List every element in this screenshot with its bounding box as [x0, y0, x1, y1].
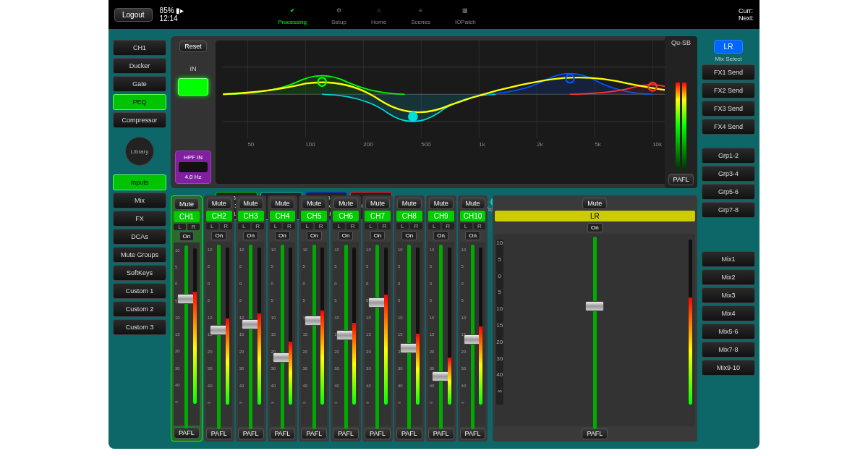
- pafl-button[interactable]: PAFL: [270, 428, 296, 439]
- tab-softkeys[interactable]: SoftKeys: [113, 265, 166, 281]
- mute-button[interactable]: Mute: [461, 198, 485, 209]
- pafl-button[interactable]: PAFL: [174, 427, 200, 439]
- fader[interactable]: 105051015203040∞: [428, 242, 454, 426]
- tab-ch1[interactable]: CH1: [113, 40, 166, 56]
- send-fx1-send[interactable]: FX1 Send: [702, 64, 755, 80]
- on-button[interactable]: On: [465, 231, 480, 240]
- mute-button[interactable]: Mute: [582, 198, 607, 209]
- mute-button[interactable]: Mute: [397, 198, 422, 209]
- fader[interactable]: 105051015203040∞: [333, 242, 359, 426]
- reset-button[interactable]: Reset: [179, 41, 207, 52]
- fader-row: MuteCH1LROn105051015203040∞PAFLMuteCH2LR…: [171, 195, 697, 442]
- tab-compressor[interactable]: Compressor: [113, 112, 166, 128]
- channel-strip-lr: MuteLROn105051015203040∞PAFL: [493, 195, 697, 442]
- on-button[interactable]: On: [339, 231, 354, 240]
- send-fx3-send[interactable]: FX3 Send: [702, 101, 755, 117]
- svg-text:100: 100: [305, 141, 315, 148]
- hpf-panel[interactable]: HPF IN 4.0 Hz: [175, 151, 211, 184]
- tab-ducker[interactable]: Ducker: [113, 58, 166, 74]
- tab-inputs[interactable]: Inputs: [113, 174, 166, 190]
- mute-button[interactable]: Mute: [207, 198, 231, 209]
- mute-button[interactable]: Mute: [365, 198, 390, 209]
- tab-custom-3[interactable]: Custom 3: [113, 319, 166, 335]
- mix-mix2[interactable]: Mix2: [702, 269, 755, 285]
- grp-grp1-2[interactable]: Grp1-2: [702, 148, 755, 164]
- on-button[interactable]: On: [243, 231, 258, 240]
- nav-processing[interactable]: ✔Processing: [278, 4, 307, 25]
- nav-scenes[interactable]: ≡Scenes: [411, 4, 430, 25]
- mix-mix3[interactable]: Mix3: [702, 287, 755, 303]
- mix-mix4[interactable]: Mix4: [702, 305, 755, 321]
- svg-text:200: 200: [363, 141, 373, 148]
- logout-button[interactable]: Logout: [114, 8, 153, 22]
- on-button[interactable]: On: [587, 223, 603, 232]
- tab-dcas[interactable]: DCAs: [113, 229, 166, 245]
- pafl-button[interactable]: PAFL: [396, 428, 422, 439]
- pafl-button[interactable]: PAFL: [301, 428, 327, 439]
- on-button[interactable]: On: [211, 231, 226, 240]
- channel-strip-ch3: MuteCH3LROn105051015203040∞PAFL: [236, 195, 266, 442]
- on-button[interactable]: On: [275, 231, 290, 240]
- fader-knob[interactable]: [585, 301, 604, 311]
- tab-gate[interactable]: Gate: [113, 76, 166, 92]
- pafl-button[interactable]: PAFL: [365, 428, 391, 439]
- pafl-button[interactable]: PAFL: [428, 428, 454, 439]
- in-label: IN: [190, 65, 197, 72]
- on-button[interactable]: On: [433, 231, 448, 240]
- fader[interactable]: 105051015203040∞: [365, 242, 391, 426]
- pafl-button[interactable]: PAFL: [668, 174, 694, 185]
- fader[interactable]: 105051015203040∞: [270, 242, 296, 426]
- clock-label: 12:14: [160, 14, 184, 22]
- fader[interactable]: 105051015203040∞: [174, 242, 200, 426]
- tab-custom-2[interactable]: Custom 2: [113, 301, 166, 317]
- tab-mix[interactable]: Mix: [113, 193, 166, 208]
- pafl-button[interactable]: PAFL: [238, 428, 264, 439]
- in-toggle[interactable]: [178, 78, 208, 96]
- tab-fx[interactable]: FX: [113, 211, 166, 227]
- on-button[interactable]: On: [401, 231, 417, 240]
- hpf-toggle[interactable]: [179, 162, 208, 172]
- pafl-button[interactable]: PAFL: [460, 428, 486, 439]
- tab-mute-groups[interactable]: Mute Groups: [113, 247, 166, 263]
- channel-meter: [320, 248, 324, 405]
- on-button[interactable]: On: [370, 231, 386, 240]
- grp-grp5-6[interactable]: Grp5-6: [702, 184, 755, 200]
- pafl-button[interactable]: PAFL: [333, 428, 359, 439]
- pafl-button[interactable]: PAFL: [582, 428, 608, 439]
- fader[interactable]: 105051015203040∞: [396, 242, 422, 426]
- fader[interactable]: 105051015203040∞: [206, 242, 232, 426]
- mix-mix1[interactable]: Mix1: [702, 251, 755, 267]
- mute-button[interactable]: Mute: [333, 198, 358, 209]
- mute-button[interactable]: Mute: [174, 198, 199, 210]
- lr-select-button[interactable]: LR: [714, 40, 743, 54]
- on-button[interactable]: On: [179, 232, 195, 241]
- nav-home[interactable]: ⌂Home: [371, 4, 386, 25]
- mute-button[interactable]: Mute: [239, 198, 263, 209]
- pafl-meter-r: [682, 83, 686, 169]
- mix-mix9-10[interactable]: Mix9-10: [702, 360, 755, 376]
- fader[interactable]: 105051015203040∞: [495, 234, 695, 426]
- library-button[interactable]: Library: [125, 137, 154, 166]
- on-button[interactable]: On: [307, 231, 322, 240]
- channel-label: CH1: [174, 211, 200, 222]
- eq-graph[interactable]: 501002005001k2k5k10k 3/463.3 Hz3.1 dB3/4…: [216, 41, 693, 184]
- grp-grp7-8[interactable]: Grp7-8: [702, 202, 755, 218]
- fader[interactable]: 105051015203040∞: [301, 242, 327, 426]
- send-fx4-send[interactable]: FX4 Send: [702, 119, 755, 135]
- grp-grp3-4[interactable]: Grp3-4: [702, 166, 755, 182]
- fader[interactable]: 105051015203040∞: [460, 242, 486, 426]
- tab-custom-1[interactable]: Custom 1: [113, 283, 166, 299]
- mix-mix5-6[interactable]: Mix5-6: [702, 324, 755, 339]
- mix-mix7-8[interactable]: Mix7-8: [702, 342, 755, 358]
- tab-peq[interactable]: PEQ: [113, 94, 166, 110]
- fader[interactable]: 105051015203040∞: [238, 242, 264, 426]
- nav-setup[interactable]: ⚙Setup: [331, 4, 346, 25]
- nav-iopatch[interactable]: ▦IOPatch: [455, 4, 476, 25]
- mute-button[interactable]: Mute: [302, 198, 326, 209]
- pafl-button[interactable]: PAFL: [206, 428, 232, 439]
- send-fx2-send[interactable]: FX2 Send: [702, 83, 755, 98]
- channel-strip-ch6: MuteCH6LROn105051015203040∞PAFL: [331, 195, 361, 442]
- svg-text:50: 50: [247, 141, 254, 148]
- mute-button[interactable]: Mute: [429, 198, 454, 209]
- mute-button[interactable]: Mute: [270, 198, 294, 209]
